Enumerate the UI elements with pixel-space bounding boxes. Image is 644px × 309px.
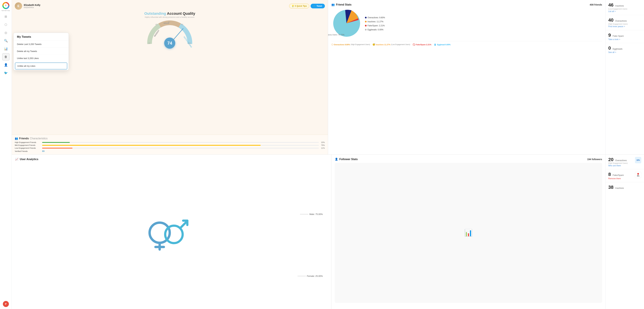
follower-inactives-num: 38 — [608, 184, 614, 190]
tweet-bird-icon: 🐦 — [313, 5, 316, 7]
follower-stat-fake-spam: 8 Fake/Spam Remove them 4% — [606, 169, 644, 182]
friend-stats-main: 👥 Friend Stats 408 friends — [328, 0, 606, 154]
friends-characteristics-section: 👥 Friends Characteristics High Engagemen… — [12, 135, 328, 154]
follower-fake-spam-num: 8 — [608, 172, 611, 177]
sidebar-item-network[interactable]: ⬡ — [2, 21, 10, 28]
follower-overactives-link[interactable]: Who are them — [608, 164, 633, 167]
pie-label-social-savvy: Social Savvy Users: 76.72% — [328, 34, 344, 36]
my-tweets-dropdown: My Tweets Delete Last 3,200 Tweets Delet… — [14, 33, 69, 70]
follower-right-stats: 20 Overactives (High Engagement Users) W… — [606, 154, 644, 309]
profile-info: E Elizabeth Kelly kellybethlisa — [15, 2, 40, 10]
follower-stat-inactives: 38 Inactives — [606, 182, 644, 192]
fake-spam-label: Fake Spam — [613, 35, 624, 37]
sidebar-item-delete[interactable]: 🗑 — [2, 53, 10, 60]
quick-tips-button[interactable]: 💡 0 Quick Tips — [289, 4, 310, 8]
eggheads-link[interactable]: See all > — [608, 51, 641, 54]
sidebar-item-analytics[interactable]: 📊 — [2, 45, 10, 52]
user-analytics-panel: 📈 User Analytics — [12, 154, 332, 309]
dropdown-item-unlike-last[interactable]: Unlike last 3,200 Likes — [14, 55, 68, 62]
follower-stats-title: Follower Stats — [340, 158, 358, 161]
follower-stats-panel: 👤 Follower Stats 194 followers 📊 20 — [332, 154, 644, 309]
legend-item-overactives: Overactives: 9.80% — [365, 16, 602, 19]
right-stats-column: 46 Inactives (Low Engagement Users) List… — [606, 0, 644, 154]
friend-stats-icon: 👥 — [332, 3, 335, 6]
legend-item-inactives: Inactives: 11.27% — [365, 20, 602, 23]
search-icon: 🔍 — [4, 39, 8, 42]
sidebar-item-target[interactable]: ◎ — [2, 29, 10, 36]
sidebar-item-twitter[interactable]: 🐦 — [2, 69, 10, 76]
legend-item-eggheads: Eggheads: 0.00% — [365, 28, 602, 31]
inactives-label: Inactives — [615, 4, 624, 7]
svg-text:100: 100 — [188, 42, 191, 44]
user-avatar-bottom[interactable]: P — [3, 301, 9, 307]
bar-pct-low: 11% — [320, 147, 325, 149]
tweet-button[interactable]: 🐦 Tweet — [310, 4, 325, 8]
user-analytics-icon: 📈 — [15, 158, 18, 161]
analytics-icon: 📊 — [4, 47, 8, 51]
svg-text:20: 20 — [148, 42, 150, 44]
overactives-sub: (High Engagement Users) — [608, 23, 641, 25]
bar-label-low: Low Engagement Friends — [15, 147, 41, 149]
pie-legend: Overactives: 9.80% Inactives: 11.27% Fak… — [365, 15, 602, 32]
friends-title: Friends — [19, 137, 29, 140]
overactives-link[interactable]: Find inner peace > — [608, 25, 641, 28]
follower-fake-spam-label: Fake/Spam — [613, 174, 624, 176]
bar-mid-engagement: Mid Engagement Friends 79% — [15, 144, 325, 146]
inactives-num: 46 — [608, 2, 614, 8]
top-row: E Elizabeth Kelly kellybethlisa 💡 0 Quic… — [12, 0, 644, 154]
verified-value: 89 — [42, 150, 44, 152]
fake-spam-link[interactable]: Take a look > — [608, 38, 641, 40]
stat-inactives: 46 Inactives (Low Engagement Users) List… — [606, 0, 644, 15]
pie-chart-container: Social Savvy Users: 76.72% — [332, 8, 362, 39]
network-icon: ⬡ — [4, 23, 7, 26]
gender-symbols-svg — [144, 216, 198, 253]
eggheads-num: 0 — [608, 46, 611, 51]
svg-text:40: 40 — [155, 24, 157, 26]
dropdown-item-delete-all[interactable]: Delete all my Tweets — [14, 48, 68, 55]
badge-inactives: 😴 Inactives 11.27% (Low Engagement Users… — [372, 43, 410, 46]
gender-label-female: Female: 25.00% — [298, 275, 323, 277]
follower-stat-overactives: 20 Overactives (High Engagement Users) W… — [606, 154, 644, 169]
sidebar-item-dashboard[interactable]: ⊞ — [2, 13, 10, 20]
quality-title-rest: Account Quality — [166, 12, 195, 16]
tips-count: 0 — [295, 5, 296, 7]
bar-high-engagement: High Engagement Friends 10% — [15, 141, 325, 143]
friend-stats-title: Friend Stats — [336, 3, 352, 6]
sidebar-item-search[interactable]: 🔍 — [2, 37, 10, 44]
svg-text:80: 80 — [181, 24, 183, 26]
dropdown-item-unlike-all[interactable]: Unlike all my Likes — [15, 62, 67, 70]
profile-name: Elizabeth Kelly — [24, 4, 40, 6]
sidebar-item-users[interactable]: 👤 — [2, 61, 10, 68]
bar-pct-mid: 79% — [320, 144, 325, 146]
follower-stats-total: 194 followers — [587, 158, 602, 160]
account-quality-panel: E Elizabeth Kelly kellybethlisa 💡 0 Quic… — [12, 0, 328, 154]
follower-fake-spam-indicator: 4% — [635, 172, 641, 178]
follower-fake-spam-link[interactable]: Remove them — [608, 178, 633, 180]
quality-subtitle: Highly influential with strong presence … — [12, 16, 328, 18]
target-icon: ◎ — [4, 31, 7, 34]
eggheads-label: Eggheads — [613, 48, 622, 50]
friend-stats-panel: 👥 Friend Stats 408 friends — [328, 0, 644, 154]
gauge-container: MODEST SOLID OUTSTANDING 20 40 60 80 100… — [144, 19, 195, 49]
follower-overactives-num: 20 — [608, 157, 614, 162]
stat-overactives: 40 Overactives (High Engagement Users) F… — [606, 15, 644, 30]
profile-avatar: E — [15, 2, 22, 10]
friends-subtitle: Characteristics — [30, 137, 48, 140]
gender-label-male: Male: 75.00% — [300, 213, 323, 216]
quality-title: Outstanding Account Quality — [144, 12, 195, 16]
legend-item-fake-spam: Fake/Spam: 2.21% — [365, 24, 602, 27]
fake-spam-num: 9 — [608, 32, 611, 38]
account-header: E Elizabeth Kelly kellybethlisa 💡 0 Quic… — [12, 0, 328, 11]
sidebar: T TWITTER TOOL ⊞ ⬡ ◎ 🔍 📊 🗑 👤 🐦 P — [0, 0, 12, 309]
gauge-score: 74 — [164, 38, 175, 48]
dropdown-item-delete-last[interactable]: Delete Last 3,200 Tweets — [14, 41, 68, 48]
main-content: E Elizabeth Kelly kellybethlisa 💡 0 Quic… — [12, 0, 644, 309]
quality-title-highlight: Outstanding — [144, 12, 166, 16]
badge-egghead: 💧 Egghead 0.00% — [434, 43, 451, 46]
delete-icon: 🗑 — [4, 55, 8, 59]
inactives-link[interactable]: List all > — [608, 10, 641, 12]
follower-stats-icon: 👤 — [335, 158, 338, 161]
friend-stats-total: 408 friends — [590, 3, 602, 6]
follower-chart-placeholder: 📊 — [464, 229, 472, 237]
dropdown-title: My Tweets — [14, 33, 68, 40]
